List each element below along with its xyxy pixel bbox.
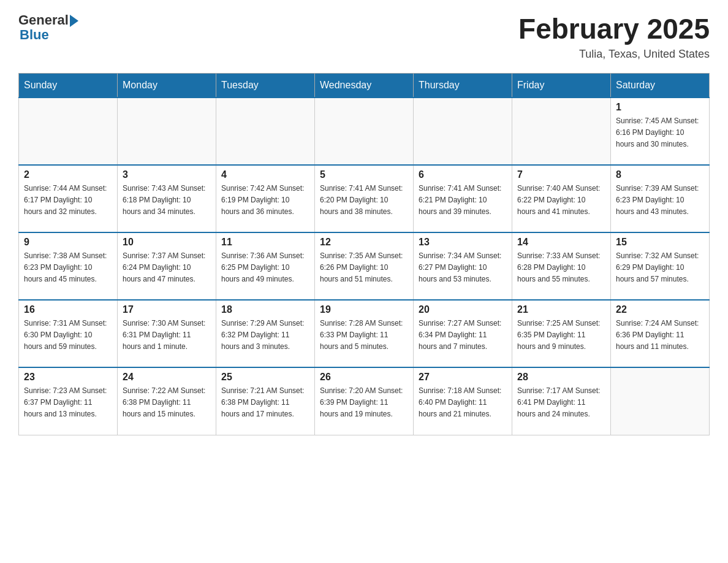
day-number: 2 [24, 169, 112, 180]
calendar-cell: 3Sunrise: 7:43 AM Sunset: 6:18 PM Daylig… [118, 165, 216, 232]
day-number: 21 [517, 304, 605, 315]
day-info: Sunrise: 7:18 AM Sunset: 6:40 PM Dayligh… [419, 385, 507, 421]
day-info: Sunrise: 7:37 AM Sunset: 6:24 PM Dayligh… [123, 250, 211, 286]
calendar-cell: 6Sunrise: 7:41 AM Sunset: 6:21 PM Daylig… [414, 165, 512, 232]
day-info: Sunrise: 7:17 AM Sunset: 6:41 PM Dayligh… [517, 385, 605, 421]
calendar-cell: 11Sunrise: 7:36 AM Sunset: 6:25 PM Dayli… [216, 232, 315, 300]
day-number: 18 [221, 304, 309, 315]
week-row-2: 2Sunrise: 7:44 AM Sunset: 6:17 PM Daylig… [19, 165, 710, 232]
calendar-cell: 12Sunrise: 7:35 AM Sunset: 6:26 PM Dayli… [315, 232, 414, 300]
calendar-cell: 17Sunrise: 7:30 AM Sunset: 6:31 PM Dayli… [118, 300, 216, 367]
calendar-cell [118, 98, 216, 165]
calendar-cell: 26Sunrise: 7:20 AM Sunset: 6:39 PM Dayli… [315, 367, 414, 435]
column-header-friday: Friday [512, 74, 611, 98]
day-number: 22 [616, 304, 704, 315]
day-info: Sunrise: 7:35 AM Sunset: 6:26 PM Dayligh… [320, 250, 408, 286]
column-header-thursday: Thursday [414, 74, 512, 98]
day-info: Sunrise: 7:39 AM Sunset: 6:23 PM Dayligh… [616, 183, 704, 218]
calendar-cell: 25Sunrise: 7:21 AM Sunset: 6:38 PM Dayli… [216, 367, 315, 435]
calendar-cell: 28Sunrise: 7:17 AM Sunset: 6:41 PM Dayli… [512, 367, 611, 435]
day-number: 17 [123, 304, 211, 315]
day-info: Sunrise: 7:20 AM Sunset: 6:39 PM Dayligh… [320, 385, 408, 421]
day-number: 27 [419, 372, 507, 383]
column-header-sunday: Sunday [19, 74, 118, 98]
day-info: Sunrise: 7:32 AM Sunset: 6:29 PM Dayligh… [616, 250, 704, 286]
calendar-cell: 2Sunrise: 7:44 AM Sunset: 6:17 PM Daylig… [19, 165, 118, 232]
day-info: Sunrise: 7:22 AM Sunset: 6:38 PM Dayligh… [123, 385, 211, 421]
day-info: Sunrise: 7:43 AM Sunset: 6:18 PM Dayligh… [123, 183, 211, 218]
day-info: Sunrise: 7:25 AM Sunset: 6:35 PM Dayligh… [517, 318, 605, 353]
column-header-tuesday: Tuesday [216, 74, 315, 98]
week-row-3: 9Sunrise: 7:38 AM Sunset: 6:23 PM Daylig… [19, 232, 710, 300]
day-info: Sunrise: 7:23 AM Sunset: 6:37 PM Dayligh… [24, 385, 112, 421]
week-row-1: 1Sunrise: 7:45 AM Sunset: 6:16 PM Daylig… [19, 98, 710, 165]
calendar-cell: 14Sunrise: 7:33 AM Sunset: 6:28 PM Dayli… [512, 232, 611, 300]
calendar-cell: 1Sunrise: 7:45 AM Sunset: 6:16 PM Daylig… [611, 98, 710, 165]
day-number: 9 [24, 237, 112, 248]
location-text: Tulia, Texas, United States [518, 48, 710, 61]
calendar-cell [315, 98, 414, 165]
day-info: Sunrise: 7:45 AM Sunset: 6:16 PM Dayligh… [616, 115, 704, 151]
day-info: Sunrise: 7:38 AM Sunset: 6:23 PM Dayligh… [24, 250, 112, 286]
logo-general-text: General [18, 12, 69, 28]
logo-arrow-icon [70, 15, 78, 27]
calendar-cell: 24Sunrise: 7:22 AM Sunset: 6:38 PM Dayli… [118, 367, 216, 435]
calendar-cell [512, 98, 611, 165]
day-info: Sunrise: 7:34 AM Sunset: 6:27 PM Dayligh… [419, 250, 507, 286]
calendar-cell: 23Sunrise: 7:23 AM Sunset: 6:37 PM Dayli… [19, 367, 118, 435]
day-info: Sunrise: 7:36 AM Sunset: 6:25 PM Dayligh… [221, 250, 309, 286]
page-header: General Blue February 2025 Tulia, Texas,… [18, 12, 710, 61]
day-info: Sunrise: 7:28 AM Sunset: 6:33 PM Dayligh… [320, 318, 408, 353]
calendar-cell [414, 98, 512, 165]
day-info: Sunrise: 7:41 AM Sunset: 6:20 PM Dayligh… [320, 183, 408, 218]
day-number: 5 [320, 169, 408, 180]
day-info: Sunrise: 7:42 AM Sunset: 6:19 PM Dayligh… [221, 183, 309, 218]
day-number: 15 [616, 237, 704, 248]
logo: General Blue [18, 12, 78, 43]
day-number: 26 [320, 372, 408, 383]
day-number: 28 [517, 372, 605, 383]
column-header-wednesday: Wednesday [315, 74, 414, 98]
calendar-cell: 20Sunrise: 7:27 AM Sunset: 6:34 PM Dayli… [414, 300, 512, 367]
day-info: Sunrise: 7:21 AM Sunset: 6:38 PM Dayligh… [221, 385, 309, 421]
column-header-monday: Monday [118, 74, 216, 98]
day-info: Sunrise: 7:29 AM Sunset: 6:32 PM Dayligh… [221, 318, 309, 353]
day-info: Sunrise: 7:41 AM Sunset: 6:21 PM Dayligh… [419, 183, 507, 218]
calendar-header-row: SundayMondayTuesdayWednesdayThursdayFrid… [19, 74, 710, 98]
day-number: 14 [517, 237, 605, 248]
calendar-cell [19, 98, 118, 165]
day-info: Sunrise: 7:33 AM Sunset: 6:28 PM Dayligh… [517, 250, 605, 286]
calendar-cell: 10Sunrise: 7:37 AM Sunset: 6:24 PM Dayli… [118, 232, 216, 300]
day-number: 23 [24, 372, 112, 383]
day-info: Sunrise: 7:31 AM Sunset: 6:30 PM Dayligh… [24, 318, 112, 353]
calendar-cell: 13Sunrise: 7:34 AM Sunset: 6:27 PM Dayli… [414, 232, 512, 300]
day-info: Sunrise: 7:40 AM Sunset: 6:22 PM Dayligh… [517, 183, 605, 218]
week-row-5: 23Sunrise: 7:23 AM Sunset: 6:37 PM Dayli… [19, 367, 710, 435]
day-number: 3 [123, 169, 211, 180]
calendar-cell: 19Sunrise: 7:28 AM Sunset: 6:33 PM Dayli… [315, 300, 414, 367]
calendar-cell: 16Sunrise: 7:31 AM Sunset: 6:30 PM Dayli… [19, 300, 118, 367]
calendar-cell: 4Sunrise: 7:42 AM Sunset: 6:19 PM Daylig… [216, 165, 315, 232]
month-title: February 2025 [518, 12, 710, 45]
day-number: 8 [616, 169, 704, 180]
day-number: 19 [320, 304, 408, 315]
day-number: 7 [517, 169, 605, 180]
calendar-cell: 8Sunrise: 7:39 AM Sunset: 6:23 PM Daylig… [611, 165, 710, 232]
day-number: 12 [320, 237, 408, 248]
week-row-4: 16Sunrise: 7:31 AM Sunset: 6:30 PM Dayli… [19, 300, 710, 367]
calendar-cell: 27Sunrise: 7:18 AM Sunset: 6:40 PM Dayli… [414, 367, 512, 435]
calendar-cell: 7Sunrise: 7:40 AM Sunset: 6:22 PM Daylig… [512, 165, 611, 232]
column-header-saturday: Saturday [611, 74, 710, 98]
day-number: 11 [221, 237, 309, 248]
day-number: 25 [221, 372, 309, 383]
calendar-cell [216, 98, 315, 165]
day-info: Sunrise: 7:44 AM Sunset: 6:17 PM Dayligh… [24, 183, 112, 218]
title-section: February 2025 Tulia, Texas, United State… [518, 12, 710, 61]
day-info: Sunrise: 7:27 AM Sunset: 6:34 PM Dayligh… [419, 318, 507, 353]
calendar-cell [611, 367, 710, 435]
day-number: 16 [24, 304, 112, 315]
calendar-cell: 18Sunrise: 7:29 AM Sunset: 6:32 PM Dayli… [216, 300, 315, 367]
day-number: 4 [221, 169, 309, 180]
calendar-cell: 5Sunrise: 7:41 AM Sunset: 6:20 PM Daylig… [315, 165, 414, 232]
day-info: Sunrise: 7:24 AM Sunset: 6:36 PM Dayligh… [616, 318, 704, 353]
